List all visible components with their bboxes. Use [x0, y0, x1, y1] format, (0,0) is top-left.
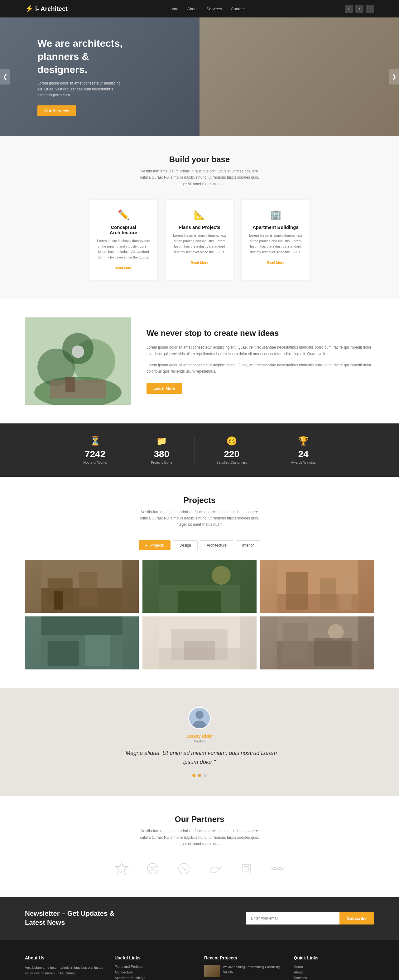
svg-rect-27: [41, 616, 122, 635]
hourglass-icon: ⏳: [83, 436, 107, 446]
svg-rect-31: [184, 641, 215, 660]
footer-quick-about[interactable]: About: [294, 970, 374, 974]
svg-point-38: [196, 711, 203, 719]
filter-architecture[interactable]: Architecture: [200, 540, 233, 550]
project-item-5[interactable]: [143, 616, 256, 670]
recent-project-1[interactable]: We Are Leading Transforming Consulting A…: [204, 965, 285, 977]
dot-1[interactable]: [192, 774, 196, 777]
ideas-section: We never stop to create new ideas Lorem …: [0, 299, 399, 423]
stat-customers-number: 220: [216, 449, 247, 459]
stat-hours-label: Hours of Works: [83, 461, 107, 464]
stat-projects-number: 380: [151, 449, 172, 459]
footer-quick-services[interactable]: Services: [294, 976, 374, 980]
nav-contact[interactable]: Contact: [230, 6, 245, 11]
dot-3[interactable]: [203, 774, 207, 777]
ideas-text: We never stop to create new ideas Lorem …: [146, 328, 374, 393]
projects-section: Projects Vestibulum ante ipsum primis in…: [0, 477, 399, 688]
twitter-icon[interactable]: t: [355, 5, 364, 13]
recent-proj-img-1: [204, 965, 220, 977]
footer: About Us Vestibulum ante ipsum primis in…: [0, 940, 399, 980]
hero-title: We are architects, planners & designers.: [37, 37, 125, 76]
recent-proj-text-1: We Are Leading Transforming Consulting A…: [223, 965, 285, 974]
nav-about[interactable]: About: [187, 6, 198, 11]
testimonial-avatar: [188, 707, 211, 729]
nav-home[interactable]: Home: [168, 6, 179, 11]
stat-customers: 😊 220 Satisfied Customers: [194, 436, 269, 464]
newsletter-email-input[interactable]: [246, 912, 339, 924]
ideas-svg: [25, 317, 131, 405]
footer-link-arch[interactable]: Architecture: [115, 970, 195, 974]
footer-recent: Recent Projects We Are Leading Transform…: [204, 955, 285, 980]
stats-section: ⏳ 7242 Hours of Works 📁 380 Projects Don…: [0, 423, 399, 477]
dot-2[interactable]: [198, 774, 201, 777]
ideas-learn-button[interactable]: Learn More: [146, 383, 182, 394]
facebook-icon[interactable]: f: [345, 5, 353, 13]
projects-grid: [25, 560, 374, 670]
card-apartment: 🏢 Apartment Buildings Lorem Ipsum is sim…: [241, 200, 310, 280]
stat-customers-label: Satisfied Customers: [216, 461, 247, 464]
instagram-icon[interactable]: in: [366, 5, 374, 13]
subscribe-button[interactable]: Subscribe: [339, 912, 374, 924]
card-plans: 📐 Plans and Projects Lorem Ipsum is simp…: [165, 200, 234, 280]
avatar-image: [189, 708, 210, 729]
stat-projects: 📁 380 Projects Done: [129, 436, 194, 464]
partner-logo-6: [268, 859, 287, 878]
project-item-2[interactable]: [143, 560, 256, 613]
svg-rect-11: [79, 572, 98, 606]
svg-rect-6: [65, 377, 75, 392]
card-apartment-title: Apartment Buildings: [249, 224, 302, 230]
stat-hours: ⏳ 7242 Hours of Works: [61, 436, 129, 464]
project-item-4[interactable]: [25, 616, 139, 670]
partner-logo-1: [112, 859, 131, 878]
nav-social: f t in: [345, 5, 374, 13]
svg-rect-34: [283, 623, 308, 663]
footer-grid: About Us Vestibulum ante ipsum primis in…: [25, 955, 374, 980]
ideas-para1: Lorem ipsum dolor sit amet consectetur a…: [146, 344, 374, 357]
site-logo[interactable]: ⚡ i- Architect: [25, 5, 68, 13]
filter-interior[interactable]: Interior: [236, 540, 260, 550]
footer-quick-home[interactable]: Home: [294, 965, 374, 969]
project-item-1[interactable]: [25, 560, 139, 613]
testimonial-section: Jessey Rider Worker " Magna aliqua. Ut e…: [0, 688, 399, 796]
filter-tabs: All Projects Design Architecture Interio…: [25, 540, 374, 550]
svg-rect-21: [320, 578, 336, 609]
card-conceptual-title: Conceptual Architecture: [97, 224, 150, 235]
hero-description: Lorem ipsum dolor sit amet consectetur a…: [37, 80, 125, 99]
logo-icon: ⚡: [25, 5, 33, 13]
newsletter-title: Newsletter – Get Updates & Latest News: [25, 909, 118, 927]
card-conceptual: ✏️ Conceptual Architecture Lorem Ipsum i…: [89, 200, 158, 280]
card-apartment-desc: Lorem Ipsum is simply dummy text of the …: [249, 233, 302, 255]
card-conceptual-link[interactable]: Read More: [115, 266, 132, 270]
footer-link-plans[interactable]: Plans and Projects: [115, 965, 195, 969]
project-item-6[interactable]: [260, 616, 374, 670]
footer-quick-title: Quick Links: [294, 955, 374, 960]
hero-section: ❮ We are architects, planners & designer…: [0, 18, 399, 136]
hero-prev-button[interactable]: ❮: [0, 69, 10, 84]
filter-design[interactable]: Design: [173, 540, 198, 550]
svg-rect-36: [314, 638, 351, 666]
card-plans-link[interactable]: Read More: [191, 261, 208, 264]
testimonial-quote: " Magna aliqua. Ut enim ad minim veniam,…: [122, 749, 277, 767]
filter-all[interactable]: All Projects: [139, 540, 170, 550]
nav-services[interactable]: Services: [207, 6, 222, 11]
stat-awards-number: 24: [291, 449, 315, 459]
partner-logo-4: [206, 859, 224, 878]
svg-rect-20: [286, 572, 308, 609]
stat-awards-label: Awards Winning: [291, 461, 315, 464]
hero-cta-button[interactable]: Our Services: [37, 105, 76, 116]
nav-links: Home About Services Contact: [168, 6, 245, 11]
footer-link-apt[interactable]: Apartment Buildings: [115, 976, 195, 980]
navbar: ⚡ i- Architect Home About Services Conta…: [0, 0, 399, 18]
partner-logo-5: [237, 859, 256, 878]
build-title: Build your base: [25, 155, 374, 164]
svg-rect-22: [339, 575, 351, 609]
footer-recent-title: Recent Projects: [204, 955, 285, 960]
hero-next-button[interactable]: ❯: [389, 69, 399, 84]
partners-subtitle: Vestibulum ante ipsum primis in faucibus…: [137, 828, 262, 847]
svg-rect-25: [48, 641, 79, 666]
footer-about-text: Vestibulum ante ipsum primis in faucibus…: [25, 965, 105, 976]
project-item-3[interactable]: [260, 560, 374, 613]
smile-icon: 😊: [216, 436, 247, 446]
ideas-image-inner: [25, 317, 131, 405]
card-apartment-link[interactable]: Read More: [267, 261, 284, 264]
